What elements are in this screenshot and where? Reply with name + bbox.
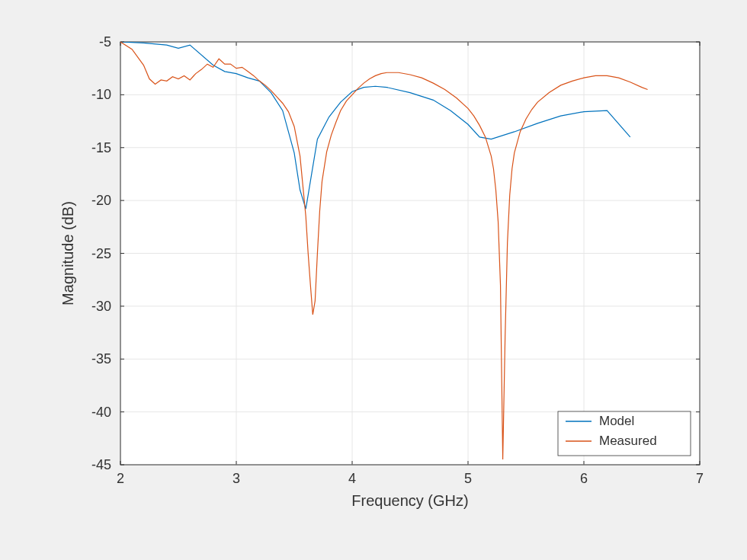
y-tick-label: -5 xyxy=(99,34,111,50)
x-axis-label: Frequency (GHz) xyxy=(351,492,468,509)
x-tick-label: 6 xyxy=(580,471,588,486)
legend-label: Model xyxy=(599,414,634,428)
chart-plot: 234567-45-40-35-30-25-20-15-10-5Frequenc… xyxy=(0,0,747,560)
x-tick-label: 5 xyxy=(464,471,472,486)
x-tick-label: 2 xyxy=(117,471,124,486)
x-tick-label: 4 xyxy=(348,471,356,486)
y-tick-label: -20 xyxy=(91,193,111,208)
y-axis-label: Magnitude (dB) xyxy=(59,201,76,306)
x-tick-label: 3 xyxy=(232,471,240,486)
y-tick-label: -15 xyxy=(91,140,111,155)
y-tick-label: -35 xyxy=(91,351,111,366)
y-tick-label: -10 xyxy=(91,87,111,102)
figure: 234567-45-40-35-30-25-20-15-10-5Frequenc… xyxy=(0,0,747,560)
legend-label: Measured xyxy=(599,434,657,448)
legend: ModelMeasured xyxy=(558,411,691,456)
x-tick-label: 7 xyxy=(696,471,704,486)
y-tick-label: -45 xyxy=(91,457,111,472)
y-tick-label: -30 xyxy=(91,299,111,314)
y-tick-label: -40 xyxy=(91,405,111,420)
y-tick-label: -25 xyxy=(91,246,111,261)
